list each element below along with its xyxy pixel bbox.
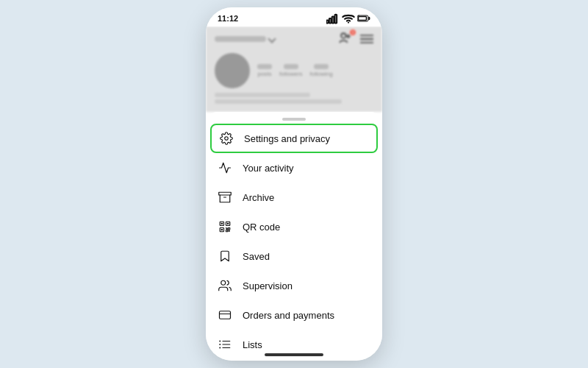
signal-icon [326,12,340,25]
profile-topbar-icons: 3 [338,31,373,47]
lists-icon [218,337,232,350]
menu-item-orders[interactable]: Orders and payments [206,300,382,330]
archive-label: Archive [243,192,274,203]
svg-rect-20 [221,229,223,230]
svg-rect-24 [226,230,228,232]
qrcode-icon [218,219,232,234]
avatar [215,53,250,88]
svg-rect-25 [229,228,230,230]
svg-rect-27 [220,311,231,319]
menu-item-supervision[interactable]: Supervision [206,271,382,300]
settings-label: Settings and privacy [244,133,330,144]
saved-label: Saved [243,251,270,262]
add-people-icon: 3 [338,31,354,47]
orders-icon [218,308,232,322]
svg-rect-18 [221,223,223,224]
followers-stat: followers [279,64,303,77]
followers-label: followers [279,71,303,77]
hamburger-icon[interactable] [360,32,373,46]
svg-rect-22 [226,228,228,230]
profile-name-placeholder [215,36,266,42]
svg-point-13 [225,137,229,141]
svg-rect-2 [332,16,334,23]
saved-icon [218,249,232,263]
svg-rect-3 [335,15,337,24]
home-indicator [265,353,323,356]
activity-icon [218,160,232,175]
svg-rect-0 [326,21,329,24]
supervision-label: Supervision [243,280,293,291]
bottom-sheet: Settings and privacy Your activity Archi… [206,112,382,361]
phone-frame: 11:12 [206,7,382,361]
qrcode-label: QR code [243,222,280,233]
svg-rect-6 [359,17,367,21]
following-label: following [310,71,333,77]
svg-rect-19 [227,223,229,224]
menu-list: Settings and privacy Your activity Archi… [206,124,382,350]
menu-item-archive[interactable]: Archive [206,183,382,212]
profile-chevron-icon [268,35,276,43]
menu-item-activity[interactable]: Your activity [206,153,382,183]
menu-item-settings[interactable]: Settings and privacy [210,124,378,153]
archive-icon [218,190,232,205]
profile-main: posts followers following [215,53,373,88]
svg-rect-23 [229,230,230,232]
posts-label: posts [257,71,271,77]
wifi-icon [342,12,355,25]
svg-point-4 [348,21,349,23]
lists-label: Lists [243,339,262,350]
menu-item-qrcode[interactable]: QR code [206,212,382,241]
profile-bio [215,93,373,104]
profile-name-block [215,36,275,42]
profile-section: 3 posts followers [206,26,382,112]
profile-topbar: 3 [215,31,373,47]
svg-point-7 [341,33,346,38]
activity-label: Your activity [243,163,294,174]
orders-label: Orders and payments [243,310,334,321]
menu-item-saved[interactable]: Saved [206,241,382,271]
battery-icon [357,12,370,25]
profile-stats: posts followers following [257,64,333,77]
status-bar: 11:12 [206,7,382,26]
svg-rect-1 [329,18,331,23]
supervision-icon [218,278,232,293]
settings-icon [219,131,234,146]
status-time: 11:12 [218,14,238,23]
menu-item-lists[interactable]: Lists [206,330,382,350]
status-icons [326,12,370,25]
posts-stat: posts [257,64,272,77]
svg-point-26 [221,280,226,285]
following-stat: following [310,64,333,77]
sheet-handle [282,118,306,121]
